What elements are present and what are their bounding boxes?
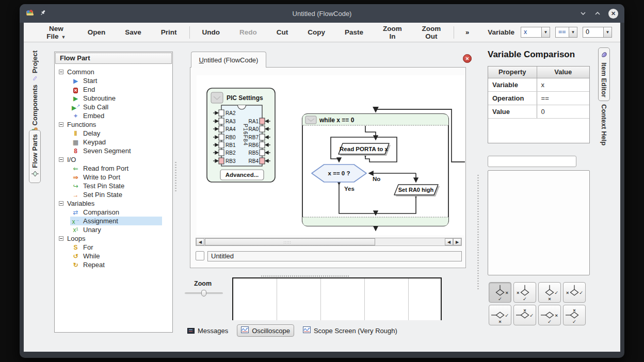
collapse-icon[interactable] (59, 236, 63, 241)
sidebar-tab-context-help[interactable]: Context Help (600, 104, 608, 145)
scrollbar-thumb[interactable] (205, 238, 375, 245)
undo-button[interactable]: Undo (201, 26, 221, 38)
variable-value-cell[interactable]: x (537, 78, 589, 91)
scroll-left-icon[interactable]: ◀ (196, 238, 204, 245)
close-document-icon[interactable]: ✕ (463, 54, 472, 63)
tree-group-functions[interactable]: Functions (59, 120, 172, 129)
tree-item-write-to-port[interactable]: ⇒ Write to Port (70, 173, 172, 182)
tree-group-variables[interactable]: Variables (59, 199, 172, 208)
decision-layout-button-in-top-x-left-check-bottom[interactable]: ×✓ (513, 282, 536, 303)
decision-layout-button-in-left-x-top-check-right[interactable]: ×✓ (513, 305, 536, 325)
tree-item-embed[interactable]: ✦ Embed (70, 111, 172, 120)
decision-layout-button-in-top-x-right-check-bottom[interactable]: ×✓ (489, 282, 511, 303)
chevron-down-icon[interactable]: ▼ (569, 27, 577, 38)
operator-combobox-value[interactable]: == (555, 27, 569, 38)
decision-layout-button-in-top-x-left-check-right[interactable]: ×✓ (563, 282, 586, 303)
tree-item-set-pin-state[interactable]: → Set Pin State (70, 190, 172, 199)
tree-item-start[interactable]: ▶ Start (70, 76, 172, 85)
pic-settings-panel[interactable]: PIC Settings P16F84 (207, 88, 275, 182)
collapse-icon[interactable] (59, 122, 63, 127)
splitter-grip[interactable] (261, 275, 350, 277)
set-ra0-shape[interactable]: Set RA0 high (394, 185, 440, 196)
property-column-header[interactable]: Property (488, 67, 537, 78)
scroll-left-icon[interactable]: ◀ (445, 238, 453, 245)
tree-item-end[interactable]: ✕ End (70, 85, 172, 94)
titlebar[interactable]: Untitled (FlowCode) ✕ (20, 4, 624, 23)
read-porta-shape[interactable]: Read PORTA to x (339, 143, 391, 156)
toolbar-overflow-icon[interactable]: » (465, 28, 469, 36)
tree-item-subroutine[interactable]: ▶ Subroutine (70, 94, 172, 103)
close-icon[interactable]: ✕ (608, 9, 618, 19)
tree-group-io[interactable]: I/O (59, 155, 172, 164)
zoom-out-button[interactable]: Zoom Out (421, 23, 442, 42)
decision-layout-button-in-left-x-right-check-bottom[interactable]: ×✓ (538, 305, 561, 325)
advanced-button[interactable]: Advanced... (220, 170, 264, 180)
item-editor-search-input[interactable] (488, 156, 576, 167)
document-tab[interactable]: Untitled (FlowCode) (191, 52, 266, 68)
chevron-down-icon[interactable] (579, 10, 587, 17)
tree-item-comparison[interactable]: ⇄ Comparison (70, 208, 172, 217)
zoom-slider-thumb[interactable] (201, 290, 206, 297)
tree-item-keypad[interactable]: ▦ Keypad (70, 138, 172, 146)
operation-value-cell[interactable]: == (537, 91, 589, 105)
flowchart-name-checkbox[interactable] (196, 251, 204, 260)
item-editor-list[interactable] (488, 170, 590, 275)
splitter-grip[interactable] (175, 162, 176, 193)
tab-oscilloscope[interactable]: Oscilloscope (237, 324, 294, 337)
flowchart-canvas[interactable]: PIC Settings P16F84 (197, 75, 465, 235)
tree-item-read-from-port[interactable]: ⇐ Read from Port (70, 164, 172, 173)
while-collapse-button[interactable] (305, 116, 316, 124)
variable-combobox[interactable]: x ▼ (521, 27, 550, 38)
zoom-slider[interactable] (185, 290, 223, 296)
tree-group-common[interactable]: Common (59, 68, 172, 76)
tree-item-sub-call[interactable]: ▶↗ Sub Call (70, 103, 172, 111)
tree-item-assignment[interactable]: x→ Assignment (70, 217, 162, 225)
chevron-down-icon[interactable]: ▼ (541, 27, 550, 38)
operator-combobox[interactable]: == ▼ (555, 27, 577, 38)
new-file-button[interactable]: New File▼ (43, 23, 69, 42)
zoom-in-button[interactable]: Zoom In (382, 23, 403, 42)
value-combobox[interactable]: 0 ▼ (583, 27, 612, 38)
decision-layout-button-in-left-x-top-check-bottom[interactable]: ×✓ (563, 305, 586, 325)
flowchart-name-field[interactable]: Untitled (207, 251, 462, 261)
scroll-right-icon[interactable]: ▶ (453, 238, 461, 245)
decision-layout-button-in-left-check-right-x-bottom[interactable]: ×✓ (489, 305, 511, 325)
cut-button[interactable]: Cut (276, 26, 289, 38)
value-combobox-value[interactable]: 0 (583, 27, 603, 38)
tab-messages[interactable]: Messages (184, 325, 232, 336)
tree-item-while[interactable]: ↺ While (70, 252, 172, 260)
pic-collapse-button[interactable] (211, 92, 223, 103)
sidebar-tab-item-editor[interactable]: Item Editor (598, 47, 610, 101)
collapse-icon[interactable] (59, 157, 63, 162)
sidebar-tab-flow-parts[interactable]: Flow Parts (29, 130, 41, 183)
value-column-header[interactable]: Value (537, 67, 589, 78)
sidebar-tab-components[interactable]: Components (31, 85, 39, 135)
tree-item-unary[interactable]: x¹ Unary (70, 225, 172, 234)
tab-scope-screen[interactable]: Scope Screen (Very Rough) (299, 325, 401, 336)
decision-shape[interactable]: x == 0 ? (312, 164, 366, 182)
tree-group-loops[interactable]: Loops (59, 234, 172, 243)
tree-item-delay[interactable]: Ⅱ Delay (70, 129, 172, 138)
print-button[interactable]: Print (160, 26, 178, 38)
splitter-grip[interactable] (477, 175, 479, 291)
copy-button[interactable]: Copy (307, 26, 326, 38)
decision-layout-button-in-top-check-right-x-bottom[interactable]: ×✓ (538, 282, 561, 303)
paste-button[interactable]: Paste (344, 26, 364, 38)
chevron-up-icon[interactable] (594, 10, 601, 17)
variable-combobox-value[interactable]: x (521, 27, 541, 38)
sidebar-tab-project[interactable]: Project (31, 51, 39, 84)
horizontal-scrollbar[interactable]: ◀ ◀ ▶ (196, 238, 462, 246)
tree-item-test-pin-state[interactable]: ↪ Test Pin State (70, 182, 172, 190)
tree-item-repeat[interactable]: ↻ Repeat (70, 260, 172, 269)
oscilloscope-display[interactable] (232, 277, 442, 320)
open-button[interactable]: Open (87, 26, 107, 38)
value-value-cell[interactable]: 0 (537, 105, 589, 118)
collapse-icon[interactable] (59, 201, 63, 206)
collapse-icon[interactable] (59, 70, 63, 74)
left-pin-pads[interactable] (219, 110, 224, 164)
tree-item-seven-segment[interactable]: 8 Seven Segment (70, 146, 172, 155)
chevron-down-icon[interactable]: ▼ (603, 27, 612, 38)
save-button[interactable]: Save (124, 26, 142, 38)
pin-icon[interactable] (40, 9, 46, 18)
tree-item-for[interactable]: S For (70, 243, 172, 252)
